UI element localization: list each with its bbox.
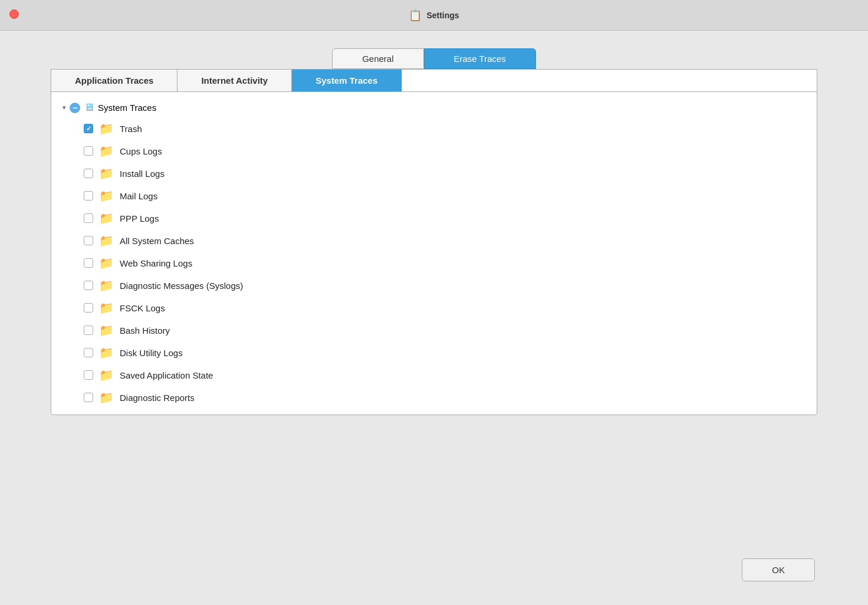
item-label: Cups Logs — [120, 146, 162, 156]
folder-icon: 📁 — [99, 144, 114, 158]
checkbox[interactable] — [84, 146, 93, 156]
checkbox[interactable] — [84, 303, 93, 313]
list-item[interactable]: 📁All System Caches — [60, 229, 808, 252]
checkbox[interactable] — [84, 370, 93, 380]
item-label: Web Sharing Logs — [120, 258, 192, 268]
list-item[interactable]: 📁Diagnostic Messages (Syslogs) — [60, 274, 808, 297]
list-item[interactable]: 📁PPP Logs — [60, 207, 808, 229]
checkbox[interactable] — [84, 236, 93, 245]
folder-icon: 📁 — [99, 234, 114, 248]
item-label: Mail Logs — [120, 191, 157, 201]
checkbox[interactable] — [84, 325, 93, 335]
checkbox[interactable] — [84, 213, 93, 223]
checkbox[interactable] — [84, 258, 93, 268]
close-button[interactable] — [9, 9, 19, 19]
item-label: Diagnostic Messages (Syslogs) — [120, 281, 243, 291]
item-label: All System Caches — [120, 236, 194, 246]
item-label: Bash History — [120, 325, 170, 336]
tree-items-container: 📁Trash📁Cups Logs📁Install Logs📁Mail Logs📁… — [60, 117, 808, 409]
tree-root-label: System Traces — [98, 103, 156, 113]
list-item[interactable]: 📁Trash — [60, 117, 808, 140]
tab-erase-traces[interactable]: Erase Traces — [424, 48, 536, 69]
list-item[interactable]: 📁Cups Logs — [60, 140, 808, 162]
tree-root: ▾ − 🖥 System Traces — [60, 98, 808, 117]
tab-general[interactable]: General — [332, 48, 423, 69]
checkbox[interactable] — [84, 169, 93, 178]
top-tabs: General Erase Traces — [332, 48, 536, 69]
list-item[interactable]: 📁Bash History — [60, 319, 808, 341]
tree-area[interactable]: ▾ − 🖥 System Traces 📁Trash📁Cups Logs📁Ins… — [51, 92, 817, 415]
titlebar: 📋 Settings — [0, 0, 868, 31]
folder-icon: 📁 — [99, 323, 114, 337]
main-content: General Erase Traces Application Traces … — [0, 31, 868, 427]
checkbox[interactable] — [84, 124, 93, 133]
window-title: 📋 Settings — [409, 9, 459, 22]
item-label: PPP Logs — [120, 213, 159, 223]
folder-icon: 📁 — [99, 256, 114, 270]
tab-internet-activity[interactable]: Internet Activity — [177, 70, 292, 91]
folder-icon: 📁 — [99, 211, 114, 225]
ok-button-area: OK — [742, 558, 815, 581]
checkbox[interactable] — [84, 191, 93, 200]
item-label: Saved Application State — [120, 370, 213, 380]
item-label: Install Logs — [120, 169, 165, 179]
item-label: Diagnostic Reports — [120, 393, 195, 403]
folder-icon: 📁 — [99, 166, 114, 180]
tab-application-traces[interactable]: Application Traces — [51, 70, 177, 91]
folder-icon: 📁 — [99, 301, 114, 315]
monitor-icon: 🖥 — [84, 101, 94, 114]
traffic-lights — [9, 9, 19, 21]
sub-tabs: Application Traces Internet Activity Sys… — [51, 70, 817, 92]
ok-button[interactable]: OK — [742, 558, 815, 581]
chevron-down-icon[interactable]: ▾ — [63, 104, 66, 111]
item-label: FSCK Logs — [120, 303, 165, 313]
folder-icon: 📁 — [99, 121, 114, 136]
checkbox[interactable] — [84, 348, 93, 357]
folder-icon: 📁 — [99, 390, 114, 405]
list-item[interactable]: 📁Saved Application State — [60, 364, 808, 386]
folder-icon: 📁 — [99, 278, 114, 292]
checkbox[interactable] — [84, 393, 93, 402]
folder-icon: 📁 — [99, 346, 114, 360]
tab-system-traces[interactable]: System Traces — [292, 70, 402, 91]
list-item[interactable]: 📁Web Sharing Logs — [60, 252, 808, 274]
list-item[interactable]: 📁Disk Utility Logs — [60, 341, 808, 364]
title-icon: 📋 — [409, 9, 422, 22]
checkbox[interactable] — [84, 281, 93, 290]
folder-icon: 📁 — [99, 189, 114, 203]
minus-button[interactable]: − — [70, 103, 80, 113]
list-item[interactable]: 📁FSCK Logs — [60, 297, 808, 319]
content-panel: Application Traces Internet Activity Sys… — [51, 69, 817, 415]
list-item[interactable]: 📁Diagnostic Reports — [60, 386, 808, 409]
item-label: Trash — [120, 124, 142, 134]
folder-icon: 📁 — [99, 368, 114, 382]
list-item[interactable]: 📁Install Logs — [60, 162, 808, 185]
list-item[interactable]: 📁Mail Logs — [60, 185, 808, 207]
item-label: Disk Utility Logs — [120, 348, 183, 358]
